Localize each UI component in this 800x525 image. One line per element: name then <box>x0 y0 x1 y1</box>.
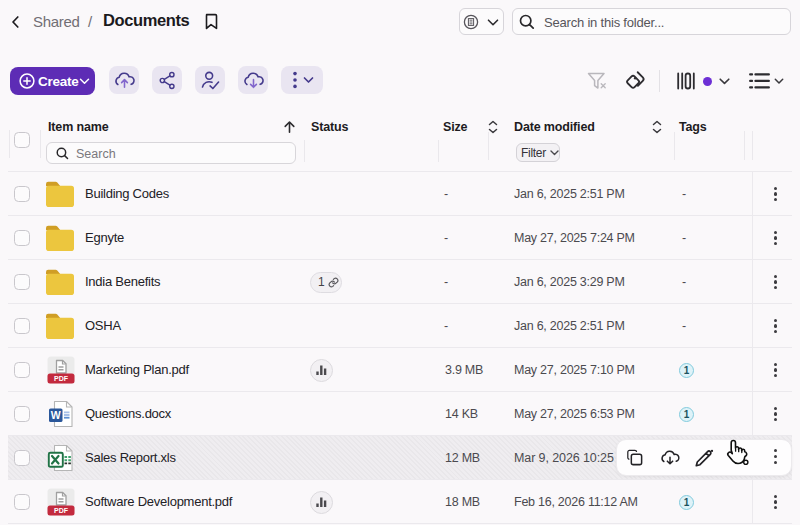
svg-text:PDF: PDF <box>54 507 69 514</box>
svg-text:W: W <box>51 409 61 421</box>
svg-text:PDF: PDF <box>54 375 69 382</box>
